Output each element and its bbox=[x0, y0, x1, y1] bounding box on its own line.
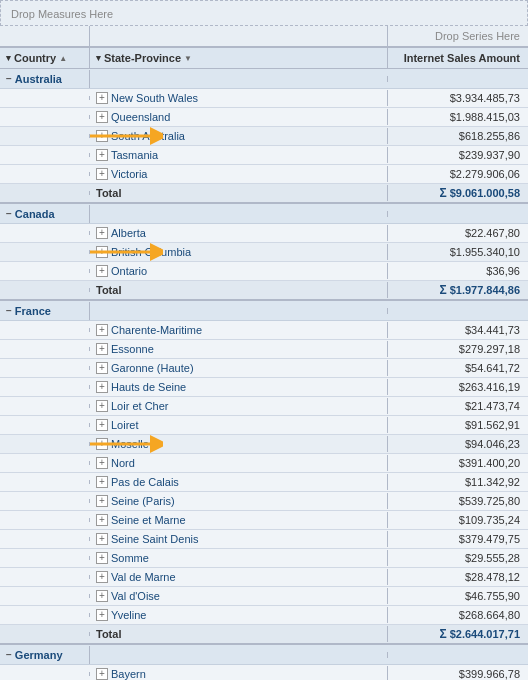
country-name: Germany bbox=[15, 649, 63, 661]
expand-icon[interactable]: + bbox=[96, 92, 108, 104]
country-amount bbox=[388, 76, 528, 82]
state-name: + Seine (Paris) bbox=[90, 493, 388, 509]
state-amount: $46.755,90 bbox=[388, 588, 528, 604]
state-country-spacer bbox=[0, 423, 90, 427]
state-name: + Charente-Maritime bbox=[90, 322, 388, 338]
expand-icon[interactable]: + bbox=[96, 111, 108, 123]
table-row: + Loir et Cher $21.473,74 bbox=[0, 397, 528, 416]
state-country-spacer bbox=[0, 347, 90, 351]
country-state-spacer bbox=[90, 308, 388, 314]
state-label: Charente-Maritime bbox=[111, 324, 202, 336]
expand-icon[interactable]: + bbox=[96, 533, 108, 545]
expand-icon[interactable]: + bbox=[96, 668, 108, 680]
state-country-spacer bbox=[0, 231, 90, 235]
state-label: Tasmania bbox=[111, 149, 158, 161]
expand-icon[interactable]: + bbox=[96, 571, 108, 583]
country-name: Australia bbox=[15, 73, 62, 85]
expand-icon[interactable]: + bbox=[96, 381, 108, 393]
state-label: Pas de Calais bbox=[111, 476, 179, 488]
state-label: British Columbia bbox=[111, 246, 191, 258]
state-amount: $268.664,80 bbox=[388, 607, 528, 623]
expand-icon[interactable]: + bbox=[96, 362, 108, 374]
country-state-spacer bbox=[90, 652, 388, 658]
state-amount: $94.046,23 bbox=[388, 436, 528, 452]
state-name: + South Australia bbox=[90, 128, 388, 144]
expand-icon[interactable]: + bbox=[96, 149, 108, 161]
expand-icon[interactable]: + bbox=[96, 590, 108, 602]
expand-icon[interactable]: + bbox=[96, 265, 108, 277]
table-row: + Charente-Maritime $34.441,73 bbox=[0, 321, 528, 340]
country-amount bbox=[388, 211, 528, 217]
expand-icon[interactable]: + bbox=[96, 552, 108, 564]
state-amount: $399.966,78 bbox=[388, 666, 528, 680]
state-label: Loiret bbox=[111, 419, 139, 431]
state-amount: $279.297,18 bbox=[388, 341, 528, 357]
state-name: + Seine et Marne bbox=[90, 512, 388, 528]
filter-icon-state: ▾ bbox=[96, 53, 101, 63]
state-label: Val de Marne bbox=[111, 571, 176, 583]
total-label: Total bbox=[90, 185, 388, 201]
state-name: + Victoria bbox=[90, 166, 388, 182]
expand-icon[interactable]: + bbox=[96, 476, 108, 488]
state-country-spacer bbox=[0, 328, 90, 332]
expand-icon[interactable]: + bbox=[96, 227, 108, 239]
state-amount: $1.988.415,03 bbox=[388, 109, 528, 125]
expand-icon[interactable]: + bbox=[96, 400, 108, 412]
country-amount bbox=[388, 308, 528, 314]
country-row: − Canada bbox=[0, 204, 528, 224]
header-state-province[interactable]: ▾ State-Province ▼ bbox=[90, 48, 388, 68]
state-label: Alberta bbox=[111, 227, 146, 239]
state-country-spacer bbox=[0, 269, 90, 273]
country-name: France bbox=[15, 305, 51, 317]
collapse-icon[interactable]: − bbox=[6, 73, 12, 84]
state-country-spacer bbox=[0, 518, 90, 522]
table-row: + Queensland $1.988.415,03 bbox=[0, 108, 528, 127]
expand-icon[interactable]: + bbox=[96, 246, 108, 258]
state-country-spacer bbox=[0, 442, 90, 446]
table-row: + Somme $29.555,28 bbox=[0, 549, 528, 568]
expand-icon[interactable]: + bbox=[96, 343, 108, 355]
state-country-spacer bbox=[0, 461, 90, 465]
state-country-spacer bbox=[0, 134, 90, 138]
table-row: + Loiret $91.562,91 bbox=[0, 416, 528, 435]
expand-icon[interactable]: + bbox=[96, 130, 108, 142]
state-name: + Alberta bbox=[90, 225, 388, 241]
expand-icon[interactable]: + bbox=[96, 438, 108, 450]
state-amount: $34.441,73 bbox=[388, 322, 528, 338]
table-row: + Tasmania $239.937,90 bbox=[0, 146, 528, 165]
state-label: Seine (Paris) bbox=[111, 495, 175, 507]
state-name: + Pas de Calais bbox=[90, 474, 388, 490]
sort-icon: ▲ bbox=[59, 54, 67, 63]
total-label: Total bbox=[90, 282, 388, 298]
collapse-icon[interactable]: − bbox=[6, 649, 12, 660]
total-label-spacer bbox=[0, 632, 90, 636]
state-amount: $91.562,91 bbox=[388, 417, 528, 433]
drop-series-mid-spacer bbox=[90, 26, 388, 46]
table-row: + South Australia $618.255,86 bbox=[0, 127, 528, 146]
collapse-icon[interactable]: − bbox=[6, 305, 12, 316]
state-name: + Loiret bbox=[90, 417, 388, 433]
table-row: + Val de Marne $28.478,12 bbox=[0, 568, 528, 587]
state-country-spacer bbox=[0, 499, 90, 503]
header-country[interactable]: ▾ Country ▲ bbox=[0, 48, 90, 68]
state-name: + Bayern bbox=[90, 666, 388, 680]
table-row: + New South Wales $3.934.485,73 bbox=[0, 89, 528, 108]
state-name: + Nord bbox=[90, 455, 388, 471]
country-name-cell: − Canada bbox=[0, 205, 90, 223]
expand-icon[interactable]: + bbox=[96, 419, 108, 431]
expand-icon[interactable]: + bbox=[96, 324, 108, 336]
expand-icon[interactable]: + bbox=[96, 457, 108, 469]
expand-icon[interactable]: + bbox=[96, 609, 108, 621]
total-label: Total bbox=[90, 626, 388, 642]
filter-icon: ▾ bbox=[6, 53, 11, 63]
expand-icon[interactable]: + bbox=[96, 168, 108, 180]
expand-icon[interactable]: + bbox=[96, 495, 108, 507]
table-row: + British Columbia $1.955.340,10 bbox=[0, 243, 528, 262]
table-row: + Alberta $22.467,80 bbox=[0, 224, 528, 243]
state-country-spacer bbox=[0, 575, 90, 579]
expand-icon[interactable]: + bbox=[96, 514, 108, 526]
state-country-spacer bbox=[0, 613, 90, 617]
state-label: Queensland bbox=[111, 111, 170, 123]
collapse-icon[interactable]: − bbox=[6, 208, 12, 219]
state-label: South Australia bbox=[111, 130, 185, 142]
